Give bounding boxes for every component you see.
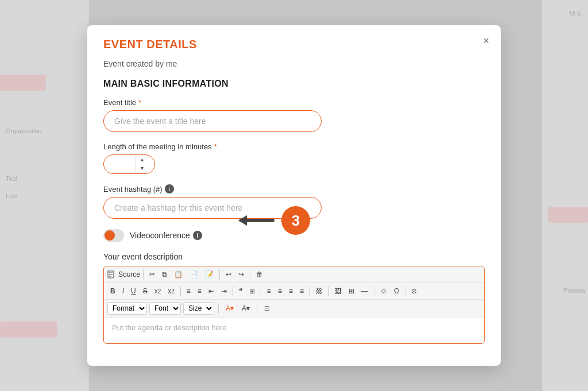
editor-content-area[interactable]: Put the agenda or description here [104, 318, 484, 343]
paste-word-button[interactable]: 📝 [202, 269, 216, 280]
modal-overlay: EVENT DETAILS × Event created by me MAIN… [0, 0, 588, 391]
modal-title: EVENT DETAILS [103, 38, 197, 51]
align-left-button[interactable]: ≡ [264, 285, 274, 297]
align-center-button[interactable]: ≡ [275, 285, 285, 297]
redo-button[interactable]: ↪ [235, 269, 247, 280]
required-star-length: * [214, 142, 217, 151]
omega-button[interactable]: Ω [391, 285, 402, 297]
editor-toolbar-dropdowns: Format Font Size A▾ A▾ [104, 300, 484, 318]
videoconf-toggle[interactable] [103, 229, 124, 242]
toolbar-sep-11 [218, 303, 219, 313]
align-right-button[interactable]: ≡ [286, 285, 296, 297]
div-button[interactable]: ⊞ [246, 285, 258, 297]
superscript-button[interactable]: x2 [165, 285, 177, 297]
number-spinners: ▲ ▼ [136, 156, 148, 173]
paste-button[interactable]: 📋 [171, 269, 185, 280]
rich-text-editor: Source ✂ ⧉ 📋 📄 📝 ↩ ↪ [103, 266, 485, 344]
source-doc-icon [107, 270, 115, 278]
link-button[interactable]: ⛓ [313, 285, 326, 297]
align-justify-button[interactable]: ≡ [297, 285, 307, 297]
emoji-button[interactable]: ☺ [377, 285, 390, 297]
undo-button[interactable]: ↩ [223, 269, 234, 280]
modal-subtitle: Event created by me [87, 59, 501, 79]
description-label: Your event description [103, 252, 485, 261]
styles-button[interactable]: ⊡ [261, 303, 273, 314]
copy-button[interactable]: ⧉ [159, 269, 170, 280]
videoconf-label: Videoconference i [130, 231, 202, 240]
toolbar-sep-6 [261, 286, 261, 296]
event-details-modal: EVENT DETAILS × Event created by me MAIN… [87, 25, 501, 366]
modal-header: EVENT DETAILS × [87, 25, 501, 57]
remove-format-button[interactable]: 🗑 [253, 269, 266, 280]
bold-button[interactable]: B [107, 285, 118, 297]
bg-color-button[interactable]: A▾ [239, 303, 253, 314]
videoconf-row: Videoconference i [103, 229, 485, 242]
subscript-button[interactable]: x2 [152, 285, 164, 297]
hashtag-group: Event hashtag (#) i [103, 184, 485, 219]
modal-close-button[interactable]: × [483, 36, 489, 46]
meeting-length-group: Length of the meeting in minutes * ▲ ▼ [103, 142, 485, 174]
size-select[interactable]: Size [183, 302, 214, 315]
meeting-length-input[interactable] [104, 155, 136, 173]
strikethrough-button[interactable]: S [140, 285, 150, 297]
italic-button[interactable]: I [119, 285, 127, 297]
toolbar-sep-1 [143, 269, 144, 280]
required-star-title: * [138, 98, 141, 107]
image-button[interactable]: 🖼 [332, 285, 345, 297]
meeting-length-label: Length of the meeting in minutes * [103, 142, 485, 151]
editor-toolbar-format-row: B I U S x2 x2 ≡ ≡ ⇤ ⇥ ❝ [104, 283, 484, 300]
font-select[interactable]: Font [149, 302, 181, 315]
hashtag-label: Event hashtag (#) i [103, 184, 485, 193]
toolbar-sep-4 [180, 286, 181, 296]
spinner-up[interactable]: ▲ [136, 156, 148, 164]
toolbar-sep-7 [310, 286, 310, 296]
event-title-group: Event title * [103, 98, 485, 132]
table-button[interactable]: ⊞ [346, 285, 357, 297]
clear-button[interactable]: ⊘ [408, 285, 420, 297]
toolbar-sep-8 [328, 286, 329, 296]
hr-button[interactable]: — [358, 285, 371, 297]
font-color-button[interactable]: A▾ [223, 303, 237, 314]
ol-button[interactable]: ≡ [184, 285, 194, 297]
description-group: Your event description [103, 252, 485, 344]
modal-inner: EVENT DETAILS × Event created by me MAIN… [87, 25, 501, 366]
toolbar-sep-3 [250, 269, 250, 280]
toolbar-sep-10 [405, 286, 405, 296]
underline-button[interactable]: U [128, 285, 139, 297]
toolbar-sep-12 [257, 303, 257, 313]
toolbar-sep-2 [219, 269, 220, 280]
event-title-label: Event title * [103, 98, 485, 107]
event-title-input[interactable] [103, 110, 322, 132]
indent-button[interactable]: ⇥ [218, 285, 230, 297]
toolbar-sep-5 [233, 286, 233, 296]
videoconf-info-icon[interactable]: i [193, 231, 202, 240]
hashtag-info-icon[interactable]: i [165, 184, 174, 193]
ul-button[interactable]: ≡ [195, 285, 204, 297]
modal-body: MAIN BASIC INFORMATION Event title * Len… [87, 79, 501, 366]
editor-toolbar-top: Source ✂ ⧉ 📋 📄 📝 ↩ ↪ [104, 266, 484, 283]
hashtag-input[interactable] [103, 197, 322, 219]
section-title: MAIN BASIC INFORMATION [103, 79, 485, 89]
source-button[interactable]: Source [107, 270, 140, 278]
cut-button[interactable]: ✂ [146, 269, 158, 280]
paste-text-button[interactable]: 📄 [187, 269, 201, 280]
blockquote-button[interactable]: ❝ [236, 285, 245, 297]
toolbar-sep-9 [374, 286, 374, 296]
spinner-down[interactable]: ▼ [136, 164, 148, 173]
toggle-dot [105, 230, 115, 241]
format-select[interactable]: Format [107, 302, 147, 315]
meeting-length-input-wrap: ▲ ▼ [103, 154, 155, 174]
outdent-button[interactable]: ⇤ [206, 285, 217, 297]
